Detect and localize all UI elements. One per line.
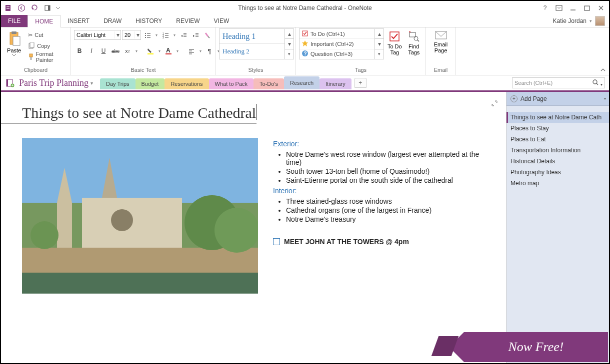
tags-up-icon[interactable]: ▴ xyxy=(375,29,384,39)
font-name-select[interactable]: Calibri Light▾ xyxy=(74,30,121,40)
chevron-down-icon[interactable]: ▾ xyxy=(198,45,203,56)
section-tab[interactable]: What to Pack xyxy=(209,78,254,89)
strike-button[interactable]: abc xyxy=(110,45,121,56)
page-title[interactable]: Things to see at Notre Dame Cathedral xyxy=(1,92,256,124)
collapse-ribbon-icon[interactable] xyxy=(599,66,607,74)
avatar[interactable] xyxy=(595,16,605,26)
menu-tab-draw[interactable]: DRAW xyxy=(96,15,128,27)
section-tab[interactable]: Research xyxy=(284,76,320,89)
user-name[interactable]: Katie Jordan xyxy=(553,17,586,24)
chevron-down-icon[interactable]: ▾ xyxy=(114,31,120,38)
styles-down-icon[interactable]: ▾ xyxy=(285,39,294,49)
format-painter-button[interactable]: Format Painter xyxy=(26,51,68,62)
chevron-down-icon[interactable]: ▾ xyxy=(90,80,93,86)
style-heading2[interactable]: Heading 2 xyxy=(220,44,284,59)
subscript-button[interactable]: x2 xyxy=(122,45,133,56)
search-input[interactable]: Search (Ctrl+E) ▾ xyxy=(512,77,605,88)
page-list-item[interactable]: Metro map xyxy=(506,178,609,189)
group-label-tags: Tags xyxy=(299,67,422,74)
page-list-item[interactable]: Places to Eat xyxy=(506,134,609,145)
svg-point-16 xyxy=(145,33,146,34)
list-item[interactable]: Saint-Etienne portal on the south side o… xyxy=(286,176,485,185)
scissors-icon: ✂ xyxy=(28,32,32,38)
font-color-button[interactable]: A xyxy=(163,45,174,56)
todo-checkbox[interactable] xyxy=(273,238,280,245)
tag-item[interactable]: Important (Ctrl+2) xyxy=(300,39,374,49)
chevron-down-icon[interactable]: ▾ xyxy=(175,45,180,56)
menu-tab-review[interactable]: REVIEW xyxy=(169,15,206,27)
tag-item[interactable]: To Do (Ctrl+1) xyxy=(300,29,374,39)
expand-icon[interactable] xyxy=(491,100,498,108)
notebook-title[interactable]: Paris Trip Planning ▾ xyxy=(17,78,95,88)
list-item[interactable]: Three stained-glass rose windows xyxy=(286,197,485,206)
page-list-item[interactable]: Things to see at Notre Dame Cath xyxy=(506,112,609,123)
clear-format-button[interactable] xyxy=(202,29,213,40)
file-tab[interactable]: FILE xyxy=(1,15,28,27)
svg-rect-13 xyxy=(30,42,34,47)
chevron-down-icon[interactable]: ▾ xyxy=(134,31,140,38)
svg-point-20 xyxy=(145,37,146,38)
chevron-down-icon[interactable]: ▾ xyxy=(172,29,177,40)
list-item[interactable]: South tower 13-ton bell (home of Quasimo… xyxy=(286,167,485,176)
list-item[interactable]: Notre Dame's west rose window (largest e… xyxy=(286,150,485,167)
email-page-button[interactable]: Email Page xyxy=(429,28,452,53)
bold-button[interactable]: B xyxy=(74,45,85,56)
section-tab[interactable]: Reservations xyxy=(164,78,208,89)
outdent-button[interactable] xyxy=(178,29,189,40)
tag-icon xyxy=(302,40,308,48)
page-list-item[interactable]: Photography Ideas xyxy=(506,167,609,178)
section-tab[interactable]: Itinerary xyxy=(320,78,352,89)
highlight-button[interactable] xyxy=(145,45,156,56)
svg-rect-15 xyxy=(30,57,32,60)
title-bar: Things to see at Notre Dame Cathedral - … xyxy=(1,1,609,15)
page-area[interactable]: Things to see at Notre Dame Cathedral xyxy=(1,92,506,364)
menu-tab-insert[interactable]: INSERT xyxy=(60,15,96,27)
bullets-button[interactable] xyxy=(142,29,153,40)
svg-line-47 xyxy=(418,40,419,41)
page-list-item[interactable]: Places to Stay xyxy=(506,123,609,134)
tags-more-icon[interactable]: ▾ xyxy=(375,49,384,59)
menu-tab-view[interactable]: VIEW xyxy=(207,15,236,27)
align-button[interactable] xyxy=(186,45,197,56)
section-tab[interactable]: To-Do's xyxy=(254,78,284,89)
svg-point-58 xyxy=(111,209,133,231)
menu-tab-history[interactable]: HISTORY xyxy=(128,15,169,27)
indent-button[interactable] xyxy=(190,29,201,40)
paste-button[interactable]: Paste xyxy=(4,28,24,56)
chevron-down-icon[interactable]: ▾ xyxy=(157,45,162,56)
tags-down-icon[interactable]: ▾ xyxy=(375,39,384,49)
section-tab[interactable]: Day Trips xyxy=(100,78,135,89)
cut-button[interactable]: ✂Cut xyxy=(26,29,68,40)
menu-tab-home[interactable]: HOME xyxy=(28,15,60,27)
page-list-item[interactable]: Historical Details xyxy=(506,156,609,167)
copy-button[interactable]: Copy xyxy=(26,40,68,51)
chevron-down-icon[interactable]: ▾ xyxy=(604,96,609,101)
add-page-button[interactable]: + Add Page ▾ xyxy=(506,92,609,106)
find-tags-button[interactable]: Find Tags xyxy=(406,28,423,55)
inserted-image[interactable] xyxy=(22,138,258,294)
chevron-down-icon[interactable]: ▾ xyxy=(134,45,139,56)
chevron-down-icon[interactable]: ▾ xyxy=(590,18,592,23)
styles-more-icon[interactable]: ▾ xyxy=(285,49,294,59)
list-item[interactable]: Notre Dame's treasury xyxy=(286,215,485,224)
styles-up-icon[interactable]: ▴ xyxy=(285,29,294,39)
todo-tag-button[interactable]: To Do Tag xyxy=(386,28,404,55)
brush-icon xyxy=(28,53,34,60)
svg-rect-34 xyxy=(148,53,154,54)
section-tab[interactable]: Budget xyxy=(136,78,165,89)
underline-button[interactable]: U xyxy=(98,45,109,56)
chevron-down-icon[interactable]: ▾ xyxy=(154,29,159,40)
numbering-button[interactable]: 123 xyxy=(160,29,171,40)
italic-button[interactable]: I xyxy=(86,45,97,56)
note-text[interactable]: Exterior: Notre Dame's west rose window … xyxy=(273,138,485,294)
font-size-select[interactable]: 20▾ xyxy=(122,30,141,40)
todo-text: MEET JOHN AT THE TOWERS @ 4pm xyxy=(284,238,409,246)
add-section-button[interactable]: + xyxy=(354,78,366,88)
page-list-item[interactable]: Transportation Information xyxy=(506,145,609,156)
search-icon[interactable]: ▾ xyxy=(592,79,602,87)
style-heading1[interactable]: Heading 1 xyxy=(220,29,284,44)
notebook-icon[interactable] xyxy=(5,78,15,88)
tag-item[interactable]: ?Question (Ctrl+3) xyxy=(300,49,374,59)
paragraph-mark-icon[interactable]: ¶ xyxy=(204,45,215,56)
list-item[interactable]: Cathedral organs (one of the largest in … xyxy=(286,206,485,215)
